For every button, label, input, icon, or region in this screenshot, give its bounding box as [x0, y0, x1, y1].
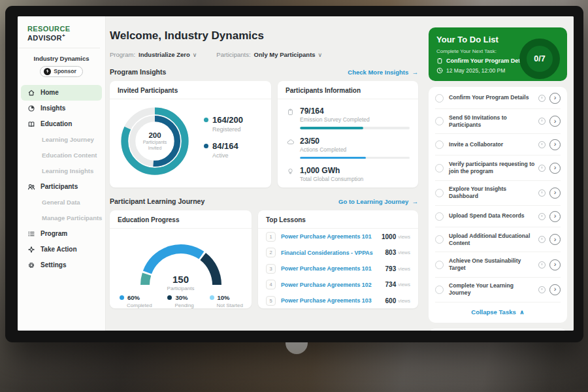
gauge-legend: 60% Completed 30% Pending 10% Not Starte…: [110, 291, 252, 308]
app-logo: RESOURCE ADVISOR+: [18, 16, 100, 48]
task-open-button[interactable]: ›: [549, 188, 561, 199]
insights-icon: [27, 105, 35, 112]
task-checkbox[interactable]: [435, 164, 444, 172]
task-open-button[interactable]: ›: [549, 211, 561, 222]
task-checkbox[interactable]: [435, 286, 444, 294]
task-open-button[interactable]: ›: [549, 163, 561, 174]
clipboard-icon: [436, 57, 443, 64]
task-checkbox[interactable]: [435, 261, 444, 269]
task-checkbox[interactable]: [435, 140, 444, 149]
go-to-learning-journey-link[interactable]: Go to Learning Journey →: [338, 198, 418, 205]
sidebar-item-home[interactable]: Home: [21, 85, 102, 101]
task-open-button[interactable]: ›: [549, 234, 561, 245]
sidebar-item-general-data[interactable]: General Data: [18, 195, 105, 210]
lesson-views: 734: [385, 281, 397, 288]
task-info-icon[interactable]: [538, 95, 546, 102]
chevron-right-icon: ›: [554, 189, 557, 196]
sidebar-item-manage-participants[interactable]: Manage Participants: [18, 210, 105, 226]
sidebar-item-label: Take Action: [41, 246, 77, 253]
clock-icon: [436, 67, 443, 74]
metric-emission-survey: 79/164 Emission Survey Completed: [278, 99, 418, 129]
task-checkbox[interactable]: [435, 117, 444, 125]
sidebar-item-program[interactable]: Program: [18, 226, 105, 242]
metric-value: 1,000 GWh: [300, 166, 363, 175]
task-info-icon[interactable]: [538, 165, 546, 172]
task-info-icon[interactable]: [538, 189, 546, 197]
task-info-icon[interactable]: [538, 118, 546, 125]
participants-information-card: Participants Information 79/164 Emission…: [278, 81, 418, 188]
sidebar-item-education-content[interactable]: Education Content: [18, 148, 105, 163]
todo-progress-value: 0/7: [534, 54, 545, 63]
sidebar-item-label: Settings: [41, 261, 66, 269]
lesson-rank: 4: [266, 280, 276, 289]
lesson-title-link[interactable]: Power Purchase Agreements 103: [281, 297, 385, 304]
card-title: Invited Participants: [110, 81, 271, 99]
sidebar-item-learning-insights[interactable]: Learning Insights: [18, 163, 105, 179]
check-more-insights-link[interactable]: Check More Insights →: [348, 69, 418, 76]
task-open-button[interactable]: ›: [549, 259, 561, 270]
task-info-icon[interactable]: [538, 141, 546, 148]
legend-label: Completed: [127, 302, 152, 308]
task-open-button[interactable]: ›: [549, 139, 561, 150]
collapse-tasks-link[interactable]: Collapse Tasks ∧: [435, 302, 561, 322]
org-name: Industry Dynamics: [18, 55, 105, 62]
task-label: Verify participants requesting to join t…: [449, 161, 538, 175]
card-title: Participants Information: [278, 81, 418, 99]
filter-bar: Program:Industrialize Zero∨ Participants…: [110, 51, 418, 58]
participants-icon: [27, 183, 35, 191]
task-open-button[interactable]: ›: [549, 116, 561, 127]
todo-progress-ring: 0/7: [519, 39, 560, 79]
legend-label: Not Started: [217, 302, 243, 308]
home-icon: [27, 89, 35, 97]
lesson-title-link[interactable]: Power Purchase Agreements 101: [281, 265, 385, 272]
task-checkbox[interactable]: [435, 189, 444, 197]
lesson-title-link[interactable]: Financial Considerations - VPPAs: [281, 250, 385, 256]
participants-filter[interactable]: Participants:Only My Participants∨: [216, 51, 322, 58]
task-row: Explore Your Insights Dashboard ›: [435, 181, 561, 206]
task-checkbox[interactable]: [435, 212, 444, 221]
legend-label: Active: [212, 152, 243, 159]
lesson-title-link[interactable]: Power Purchase Agreements 101: [281, 233, 382, 240]
task-info-icon[interactable]: [538, 286, 546, 293]
sidebar-item-learning-journey[interactable]: Learning Journey: [18, 132, 105, 148]
sidebar-item-label: General Data: [42, 199, 80, 206]
chevron-right-icon: ›: [554, 236, 557, 243]
task-open-button[interactable]: ›: [549, 284, 561, 295]
sidebar-item-participants[interactable]: Participants: [18, 179, 105, 195]
program-filter[interactable]: Program:Industrialize Zero∨: [110, 51, 197, 58]
lesson-views-suffix: views: [398, 266, 410, 272]
task-info-icon[interactable]: [538, 236, 546, 243]
task-checkbox[interactable]: [435, 235, 444, 244]
task-info-icon[interactable]: [538, 261, 546, 269]
task-row: Upload Spend Data Records ›: [435, 206, 561, 227]
donut-center-value: 200: [148, 131, 161, 139]
sidebar-item-insights[interactable]: Insights: [18, 101, 105, 116]
task-label: Send 50 Invitations to Participants: [449, 114, 538, 129]
participants-filter-label: Participants:: [216, 51, 250, 58]
chevron-down-icon: ∨: [193, 52, 197, 58]
lesson-row: 1 Power Purchase Agreements 101 1000view…: [258, 229, 418, 245]
survey-icon: [287, 108, 294, 116]
lesson-views-suffix: views: [398, 250, 410, 255]
legend-dot: [167, 295, 172, 300]
task-open-button[interactable]: ›: [549, 93, 561, 104]
lesson-title-link[interactable]: Power Purchase Agreements 102: [281, 282, 385, 288]
sidebar-item-label: Learning Journey: [42, 136, 94, 143]
legend-value: 30%: [175, 294, 188, 301]
lesson-views: 793: [385, 265, 397, 272]
metric-label: Total Global Consumption: [300, 176, 363, 182]
task-label: Explore Your Insights Dashboard: [449, 186, 538, 200]
todo-tasks-card: Confirm Your Program Details › Send 50 I…: [429, 87, 567, 323]
sidebar-item-settings[interactable]: Settings: [18, 257, 105, 273]
task-row: Achieve One Sustainability Target ›: [435, 252, 561, 277]
task-checkbox[interactable]: [435, 94, 444, 103]
program-filter-value: Industrialize Zero: [139, 51, 190, 58]
sponsor-badge[interactable]: Sponsor: [40, 66, 82, 77]
sidebar-item-education[interactable]: Education: [18, 116, 105, 132]
sidebar-item-take-action[interactable]: Take Action: [18, 242, 105, 257]
chevron-right-icon: ›: [554, 94, 557, 101]
lesson-row: 4 Power Purchase Agreements 102 734views: [258, 277, 418, 293]
task-info-icon[interactable]: [538, 213, 546, 220]
legend-item-not-started: 10% Not Started: [210, 294, 243, 308]
lesson-views: 600: [385, 297, 397, 304]
